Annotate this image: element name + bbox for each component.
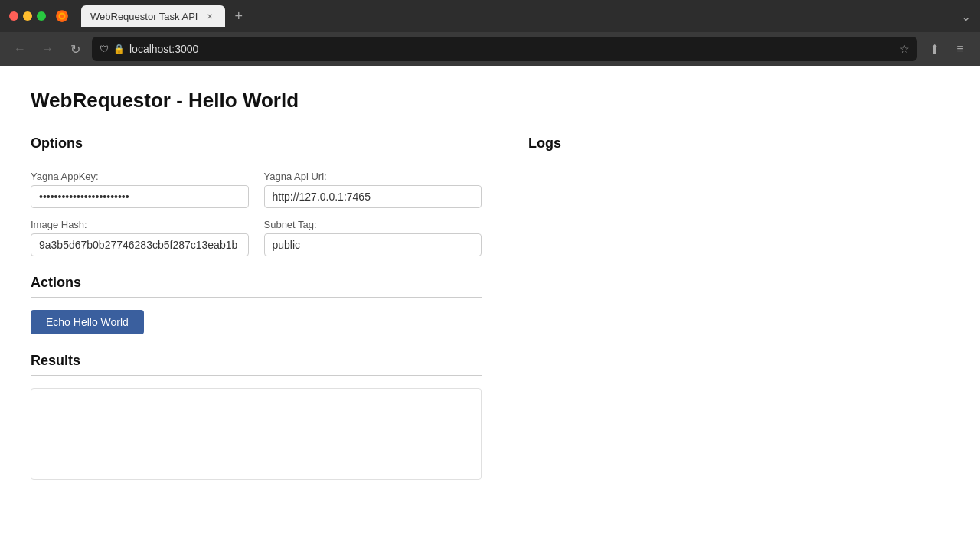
minimize-button[interactable] (23, 11, 32, 21)
options-section-title: Options (31, 135, 482, 158)
two-col-layout: Options Yagna AppKey: Yagna Api Url: Ima… (31, 135, 949, 498)
appkey-group: Yagna AppKey: (31, 171, 249, 208)
right-panel: Logs (505, 135, 949, 498)
firefox-icon (55, 9, 69, 23)
results-content (31, 388, 482, 480)
api-url-label: Yagna Api Url: (264, 171, 482, 182)
actions-section: Actions Echo Hello World (31, 275, 482, 334)
results-section-title: Results (31, 353, 482, 376)
reload-button[interactable]: ↻ (64, 38, 86, 60)
image-hash-input[interactable] (31, 233, 249, 256)
subnet-tag-group: Subnet Tag: (264, 219, 482, 256)
logs-content (528, 171, 949, 477)
tab-overflow-button[interactable]: ⌄ (961, 9, 971, 24)
appkey-label: Yagna AppKey: (31, 171, 249, 182)
title-bar: WebRequestor Task API ✕ + ⌄ (0, 0, 980, 32)
maximize-button[interactable] (37, 11, 46, 21)
tabs-bar: WebRequestor Task API ✕ + (81, 5, 955, 28)
tab-close-button[interactable]: ✕ (204, 10, 216, 22)
svg-point-2 (60, 15, 64, 18)
nav-bar: ← → ↻ 🛡 🔒 localhost:3000 ☆ ⬆ ≡ (0, 32, 980, 66)
security-icon: 🛡 (100, 44, 109, 54)
appkey-input[interactable] (31, 185, 249, 208)
active-tab[interactable]: WebRequestor Task API ✕ (81, 5, 225, 27)
logs-section: Logs (528, 135, 949, 477)
share-button[interactable]: ⬆ (923, 38, 945, 60)
api-url-input[interactable] (264, 185, 482, 208)
traffic-lights (9, 11, 46, 21)
new-tab-button[interactable]: + (228, 5, 249, 28)
address-bar[interactable]: 🛡 🔒 localhost:3000 ☆ (92, 37, 917, 61)
options-section: Options Yagna AppKey: Yagna Api Url: Ima… (31, 135, 482, 256)
forward-button[interactable]: → (37, 38, 58, 60)
results-section: Results (31, 353, 482, 480)
page-title: WebRequestor - Hello World (31, 89, 949, 112)
nav-right: ⬆ ≡ (923, 38, 971, 60)
actions-section-title: Actions (31, 275, 482, 298)
subnet-tag-input[interactable] (264, 233, 482, 256)
back-button[interactable]: ← (9, 38, 31, 60)
close-button[interactable] (9, 11, 18, 21)
menu-button[interactable]: ≡ (949, 38, 971, 60)
api-url-group: Yagna Api Url: (264, 171, 482, 208)
url-text: localhost:3000 (129, 43, 198, 55)
tab-title: WebRequestor Task API (90, 11, 198, 22)
image-hash-label: Image Hash: (31, 219, 249, 230)
left-panel: Options Yagna AppKey: Yagna Api Url: Ima… (31, 135, 505, 498)
browser-chrome: WebRequestor Task API ✕ + ⌄ ← → ↻ 🛡 🔒 lo… (0, 0, 980, 66)
subnet-tag-label: Subnet Tag: (264, 219, 482, 230)
logs-section-title: Logs (528, 135, 949, 158)
image-hash-group: Image Hash: (31, 219, 249, 256)
page-content: WebRequestor - Hello World Options Yagna… (0, 66, 980, 551)
echo-hello-world-button[interactable]: Echo Hello World (31, 310, 144, 334)
options-form: Yagna AppKey: Yagna Api Url: Image Hash:… (31, 171, 482, 256)
lock-icon: 🔒 (113, 44, 125, 54)
bookmark-icon[interactable]: ☆ (900, 43, 910, 55)
